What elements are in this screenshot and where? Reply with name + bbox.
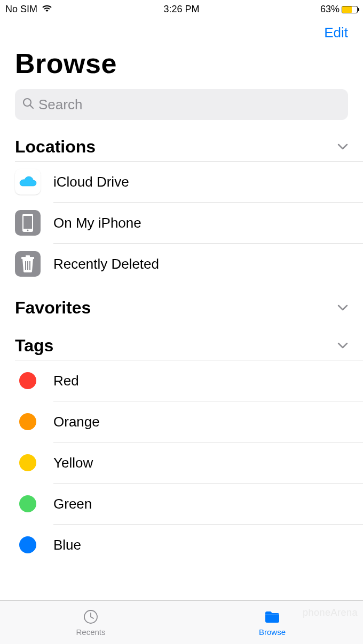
tag-label: Green: [53, 496, 92, 512]
chevron-down-icon: [337, 142, 348, 152]
folder-icon: [263, 609, 281, 626]
tag-dot-icon: [19, 495, 36, 512]
tag-item-blue[interactable]: Blue: [0, 525, 363, 565]
search-icon: [22, 98, 34, 111]
battery-fill: [342, 6, 352, 13]
svg-point-4: [27, 230, 29, 231]
tag-label: Blue: [53, 537, 81, 553]
section-title-tags: Tags: [15, 336, 53, 356]
tab-recents[interactable]: Recents: [0, 601, 182, 644]
tab-label: Recents: [76, 627, 105, 637]
section-header-locations[interactable]: Locations: [0, 130, 363, 161]
tag-dot-icon: [19, 372, 36, 389]
battery-icon: [342, 6, 358, 13]
search-field[interactable]: [15, 89, 348, 120]
section-title-favorites: Favorites: [15, 298, 91, 318]
location-item-icloud-drive[interactable]: iCloud Drive: [0, 162, 363, 202]
location-item-recently-deleted[interactable]: Recently Deleted: [0, 244, 363, 284]
tab-label: Browse: [259, 627, 286, 637]
section-header-favorites[interactable]: Favorites: [0, 284, 363, 322]
list-item-label: iCloud Drive: [53, 174, 129, 190]
page-title: Browse: [0, 41, 363, 89]
chevron-down-icon: [337, 303, 348, 313]
carrier-text: No SIM: [5, 4, 37, 15]
tag-dot-icon: [19, 536, 36, 553]
iphone-icon: [15, 210, 41, 236]
cloud-icon: [15, 169, 41, 195]
svg-rect-3: [23, 216, 32, 229]
clock-text: 3:26 PM: [163, 4, 199, 15]
tag-dot-icon: [19, 413, 36, 430]
tag-label: Orange: [53, 414, 100, 430]
list-item-label: Recently Deleted: [53, 256, 159, 272]
tag-item-orange[interactable]: Orange: [0, 401, 363, 442]
svg-line-12: [91, 617, 93, 618]
edit-button[interactable]: Edit: [324, 25, 348, 41]
wifi-icon: [42, 4, 52, 15]
location-item-on-my-iphone[interactable]: On My iPhone: [0, 203, 363, 243]
search-input[interactable]: [38, 96, 341, 113]
clock-icon: [82, 609, 100, 626]
tag-label: Yellow: [53, 455, 93, 471]
tag-item-yellow[interactable]: Yellow: [0, 442, 363, 483]
status-bar: No SIM 3:26 PM 63%: [0, 0, 363, 16]
list-item-label: On My iPhone: [53, 215, 141, 231]
battery-percent-text: 63%: [320, 4, 340, 15]
tag-item-green[interactable]: Green: [0, 484, 363, 524]
tag-label: Red: [53, 373, 79, 389]
trash-icon: [15, 251, 41, 277]
watermark: phoneArena: [303, 607, 358, 618]
svg-rect-6: [26, 255, 30, 257]
svg-line-1: [30, 106, 34, 109]
tag-dot-icon: [19, 454, 36, 471]
section-header-tags[interactable]: Tags: [0, 322, 363, 360]
chevron-down-icon: [337, 341, 348, 351]
section-title-locations: Locations: [15, 137, 96, 157]
tag-item-red[interactable]: Red: [0, 360, 363, 401]
